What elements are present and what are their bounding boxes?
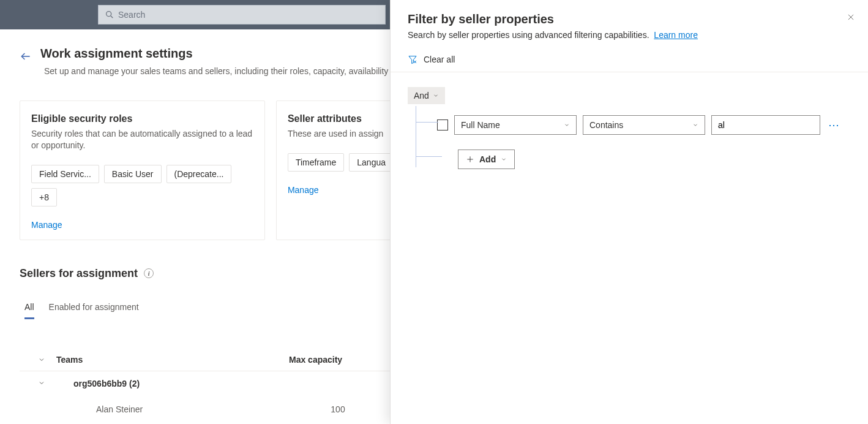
column-teams[interactable]: Teams	[56, 355, 289, 365]
page-title: Work assignment settings	[40, 47, 193, 61]
sellers-table: Teams Max capacity org506b6bb9 (2) Alan …	[20, 349, 441, 424]
table-group-row[interactable]: org506b6bb9 (2)	[20, 371, 441, 396]
condition-row: Full Name Contains ⋯	[437, 115, 851, 135]
panel-toolbar: Clear all	[391, 48, 868, 72]
logic-operator-select[interactable]: And	[408, 87, 445, 104]
chevron-down-icon	[433, 93, 439, 99]
back-arrow-icon[interactable]	[20, 50, 32, 62]
role-chip[interactable]: Basic User	[104, 165, 162, 183]
main-content: Work assignment settings Set up and mana…	[0, 29, 441, 424]
connector-line	[416, 106, 438, 167]
learn-more-link[interactable]: Learn more	[654, 30, 698, 40]
clear-all-button[interactable]: Clear all	[424, 55, 455, 64]
chevron-down-icon	[501, 156, 507, 162]
sellers-tabs: All Enabled for assignment	[24, 302, 441, 318]
chevron-down-icon	[692, 122, 698, 128]
column-capacity[interactable]: Max capacity	[289, 355, 387, 365]
seller-name: Alan Steiner	[56, 404, 289, 414]
role-chip-more[interactable]: +8	[31, 188, 57, 206]
plus-icon	[466, 155, 474, 164]
chevron-down-icon	[564, 122, 570, 128]
close-icon	[847, 13, 855, 21]
table-header: Teams Max capacity	[20, 349, 441, 371]
svg-line-1	[111, 16, 113, 18]
table-row[interactable]: Alan Steiner 100	[20, 396, 441, 423]
condition-checkbox[interactable]	[437, 119, 448, 131]
field-select[interactable]: Full Name	[454, 115, 577, 135]
attribute-chip[interactable]: Langua	[349, 153, 394, 172]
group-label: org506b6bb9 (2)	[56, 379, 289, 388]
chevron-down-icon[interactable]	[38, 379, 45, 387]
filter-clear-icon	[408, 55, 417, 64]
operator-select[interactable]: Contains	[583, 115, 705, 135]
manage-roles-link[interactable]: Manage	[31, 220, 62, 230]
panel-subtitle: Search by seller properties using advanc…	[408, 30, 851, 40]
more-actions-button[interactable]: ⋯	[826, 119, 841, 131]
add-condition-button[interactable]: Add	[458, 150, 515, 169]
filter-builder: And Full Name Contains ⋯ Add	[391, 72, 868, 184]
card-subtitle: Security roles that can be automatically…	[31, 128, 253, 151]
search-input[interactable]	[118, 10, 379, 20]
search-icon	[105, 10, 114, 20]
seller-capacity: 100	[289, 404, 387, 414]
role-chip[interactable]: (Deprecate...	[166, 165, 232, 183]
chevron-down-icon[interactable]	[38, 356, 45, 363]
value-input[interactable]	[711, 115, 820, 135]
tab-all[interactable]: All	[24, 302, 34, 318]
eligible-roles-card: Eligible security roles Security roles t…	[20, 100, 265, 240]
attribute-chip[interactable]: Timeframe	[288, 153, 344, 172]
filter-panel: Filter by seller properties Search by se…	[390, 0, 868, 424]
manage-attributes-link[interactable]: Manage	[288, 185, 319, 195]
page-subtitle: Set up and manage your sales teams and s…	[44, 66, 441, 76]
info-icon[interactable]: i	[144, 268, 154, 278]
global-search[interactable]	[98, 5, 386, 25]
card-title: Eligible security roles	[31, 113, 253, 124]
tab-enabled[interactable]: Enabled for assignment	[49, 302, 139, 318]
sellers-section-title: Sellers for assignment i	[20, 267, 441, 280]
svg-point-0	[107, 12, 111, 17]
close-button[interactable]	[842, 9, 859, 26]
panel-title: Filter by seller properties	[408, 12, 851, 26]
role-chip[interactable]: Field Servic...	[31, 165, 99, 183]
